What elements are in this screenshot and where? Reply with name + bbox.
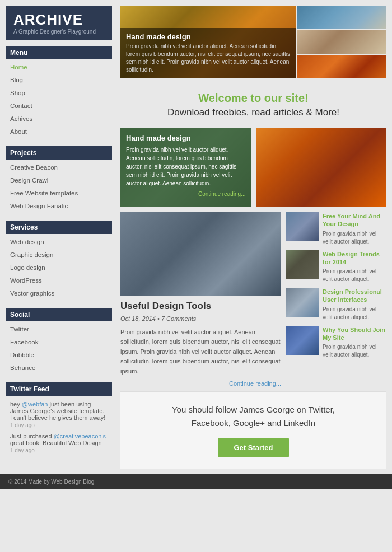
project-item[interactable]: Web Design Fanatic	[10, 200, 112, 213]
social-item-facebook[interactable]: Facebook	[10, 336, 112, 349]
service-item[interactable]: Graphic design	[10, 249, 112, 261]
featured-row: Hand made design Proin gravida nibh vel …	[120, 128, 386, 207]
cta-section: You should follow James George on Twitte…	[120, 391, 386, 469]
hero-images: Hand made design Proin gravida nibh vel …	[120, 6, 386, 78]
plane-image	[286, 288, 319, 317]
hero-text: Proin gravida nibh vel velit auctor aliq…	[126, 43, 290, 74]
mini-article-1-text: Free Your Mind And Your Design Proin gra…	[323, 212, 386, 246]
sidebar: ARCHIVE A Graphic Designer's Playground …	[0, 0, 118, 474]
shell-image	[297, 30, 386, 54]
service-item[interactable]: WordPress	[10, 274, 112, 287]
mini-article-3-title: Design Professional User Interfaces	[323, 288, 386, 304]
get-started-button[interactable]: Get Started	[218, 438, 288, 457]
service-item[interactable]: Web design	[10, 236, 112, 249]
mini-article-2: Web Design Trends for 2014 Proin gravida…	[286, 250, 386, 284]
article-sidebar: Free Your Mind And Your Design Proin gra…	[286, 212, 386, 387]
main-article: Useful Design Tools Oct 18, 2014 • 7 Com…	[120, 212, 281, 387]
menu-section-title: Menu	[6, 46, 112, 59]
menu-item-contact[interactable]: Contact	[10, 100, 112, 113]
logo-title: ARCHIVE	[13, 12, 104, 27]
welcome-highlight: Welcome	[198, 92, 247, 104]
service-item[interactable]: Vector graphics	[10, 287, 112, 300]
water-image	[286, 326, 319, 355]
footer-text: © 2014 Made by Web Design Blog	[8, 479, 94, 485]
project-item[interactable]: Design Crawl	[10, 174, 112, 187]
menu-item-blog[interactable]: Blog	[10, 74, 112, 87]
main-content: Hand made design Proin gravida nibh vel …	[118, 0, 392, 474]
cta-text: You should follow James George on Twitte…	[126, 403, 381, 430]
ocean-image	[297, 6, 386, 29]
featured-text: Proin gravida nibh vel velit auctor aliq…	[126, 146, 246, 188]
fire-image	[297, 55, 386, 78]
social-item-dribbble[interactable]: Dribbble	[10, 349, 112, 362]
service-item[interactable]: Logo design	[10, 261, 112, 274]
mini-article-4-text: Why You Should Join My Site Proin gravid…	[323, 326, 386, 359]
mini-article-3-body: Proin gravida nibh vel velit auctor aliq…	[323, 306, 386, 321]
featured-image-right	[256, 128, 387, 207]
articles-row: Useful Design Tools Oct 18, 2014 • 7 Com…	[120, 212, 386, 387]
project-item[interactable]: Creative Beacon	[10, 161, 112, 174]
tweet-time-2: 1 day ago	[10, 447, 108, 453]
menu-item-home[interactable]: Home	[10, 61, 112, 74]
tools-image	[120, 212, 281, 296]
article-meta: Oct 18, 2014 • 7 Comments	[120, 314, 281, 324]
welcome-line1-normal: to our site!	[250, 92, 308, 104]
menu-list: Home Blog Shop Contact Achives About	[6, 61, 112, 142]
services-section-title: Services	[6, 221, 112, 234]
mini-article-4-body: Proin gravida nibh vel velit auctor aliq…	[323, 343, 386, 359]
mini-article-1: Free Your Mind And Your Design Proin gra…	[286, 212, 386, 246]
featured-overlay: Hand made design Proin gravida nibh vel …	[120, 128, 251, 207]
twitter-feed-content: hey @webfan just been using James George…	[6, 397, 112, 461]
featured-continue-link[interactable]: Continue reading...	[126, 191, 246, 197]
footer: © 2014 Made by Web Design Blog	[0, 474, 392, 489]
hero-caption: Hand made design Proin gravida nibh vel …	[120, 28, 296, 78]
hero-main-image: Hand made design Proin gravida nibh vel …	[120, 6, 296, 78]
mini-article-2-title: Web Design Trends for 2014	[323, 250, 386, 266]
boat-image	[286, 212, 319, 241]
menu-item-shop[interactable]: Shop	[10, 87, 112, 100]
mini-article-2-text: Web Design Trends for 2014 Proin gravida…	[323, 250, 386, 284]
article-text: Proin gravida nibh vel velit auctor aliq…	[120, 328, 281, 377]
tweet-link-2[interactable]: @creativebeacon's	[54, 433, 106, 439]
mini-article-2-body: Proin gravida nibh vel velit auctor aliq…	[323, 268, 386, 283]
menu-item-achives[interactable]: Achives	[10, 113, 112, 125]
project-item[interactable]: Free Website templates	[10, 187, 112, 200]
tweet-1: hey @webfan just been using James George…	[10, 401, 108, 428]
social-section-title: Social	[6, 308, 112, 321]
featured-title: Hand made design	[126, 134, 246, 142]
tweet-link-1[interactable]: @webfan	[22, 401, 48, 408]
tweet-2: Just purchased @creativebeacon's great b…	[10, 433, 108, 453]
featured-card-right	[256, 128, 387, 207]
hero-side-images	[297, 6, 386, 78]
welcome-line1: Welcome to our site!	[126, 92, 381, 105]
featured-card-left: Hand made design Proin gravida nibh vel …	[120, 128, 251, 207]
article-continue-link[interactable]: Continue reading...	[120, 380, 281, 387]
social-item-twitter[interactable]: Twitter	[10, 323, 112, 336]
services-list: Web design Graphic design Logo design Wo…	[6, 236, 112, 303]
tweet-time-1: 1 day ago	[10, 422, 108, 428]
road-image	[286, 250, 319, 279]
mini-article-4-title: Why You Should Join My Site	[323, 326, 386, 342]
hero-area: Hand made design Proin gravida nibh vel …	[120, 6, 386, 78]
twitter-feed-title: Twitter Feed	[6, 382, 112, 396]
mini-article-3: Design Professional User Interfaces Proi…	[286, 288, 386, 321]
mini-article-1-title: Free Your Mind And Your Design	[323, 212, 386, 228]
projects-section-title: Projects	[6, 146, 112, 160]
mini-article-3-text: Design Professional User Interfaces Proi…	[323, 288, 386, 321]
welcome-section: Welcome to our site! Download freebies, …	[120, 84, 386, 124]
social-item-behance[interactable]: Behance	[10, 362, 112, 375]
logo-box: ARCHIVE A Graphic Designer's Playground	[6, 6, 112, 40]
welcome-line2: Download freebies, read articles & More!	[126, 107, 381, 118]
hero-title: Hand made design	[126, 32, 290, 41]
social-list: Twitter Facebook Dribbble Behance	[6, 323, 112, 378]
logo-subtitle: A Graphic Designer's Playground	[13, 29, 104, 35]
menu-item-about[interactable]: About	[10, 125, 112, 138]
article-title: Useful Design Tools	[120, 301, 281, 312]
mini-article-1-body: Proin gravida nibh vel velit auctor aliq…	[323, 230, 386, 246]
projects-list: Creative Beacon Design Crawl Free Websit…	[6, 161, 112, 216]
mini-article-4: Why You Should Join My Site Proin gravid…	[286, 326, 386, 359]
